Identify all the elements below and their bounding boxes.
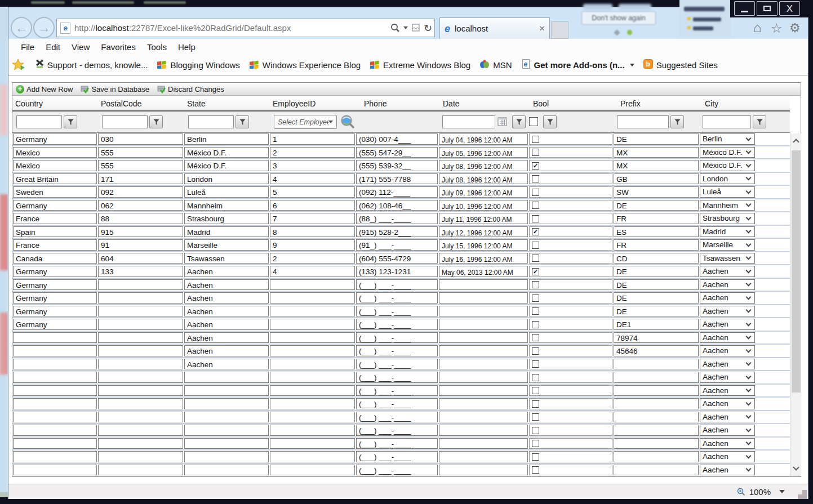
favorites-link[interactable]: Extreme Windows Blog [365,59,475,71]
prefix-cell[interactable]: 45646 [614,345,699,356]
city-select[interactable]: Aachen [700,332,755,344]
phone-cell[interactable]: (___) ___-____ [356,359,438,370]
bool-checkbox[interactable] [532,202,539,209]
state-cell[interactable]: Aachen [184,359,269,370]
favorites-link[interactable]: MSN [475,59,516,71]
employee-cell[interactable]: 4 [270,173,355,185]
postal-cell[interactable]: 91 [98,239,183,251]
state-cell[interactable]: Aachen [184,332,269,344]
postal-cell[interactable]: 062 [98,200,183,211]
prefix-cell[interactable]: ES [614,226,699,238]
prefix-cell[interactable]: 78974 [614,332,699,344]
url-text[interactable]: http://localhost:22787/Excel-like%20RadG… [74,23,387,33]
date-cell[interactable]: July 15, 1996 12:00 AM [439,239,528,251]
forward-button[interactable]: → [33,17,55,38]
state-cell[interactable] [184,385,269,396]
date-cell[interactable] [439,372,528,383]
prefix-cell[interactable]: DE [614,133,699,145]
prefix-cell[interactable]: DE [614,292,699,304]
phone-cell[interactable]: (___) ___-____ [356,279,438,291]
state-cell[interactable]: Aachen [184,266,269,277]
state-cell[interactable] [184,398,269,409]
new-tab-button[interactable] [551,21,568,39]
phone-cell[interactable]: (171) 555-7788 [356,173,438,185]
state-cell[interactable]: Madrid [184,226,269,238]
date-cell[interactable] [439,412,528,423]
bool-checkbox[interactable] [532,295,539,302]
resize-grip[interactable] [797,489,802,494]
employee-filter-combobox[interactable]: Select EmployeeI [274,115,337,129]
city-select[interactable]: Aachen [700,465,755,476]
phone-cell[interactable]: (___) ___-____ [356,345,438,356]
phone-cell[interactable]: (88_) ___-____ [356,213,438,224]
refresh-icon[interactable]: ↻ [424,23,432,33]
date-filter-button[interactable] [512,115,526,128]
bool-checkbox[interactable] [532,136,539,143]
date-cell[interactable] [439,398,528,409]
bool-cell[interactable] [529,306,612,317]
country-cell[interactable]: Spain [13,226,97,238]
state-cell[interactable] [184,438,269,449]
prefix-cell[interactable] [614,372,699,383]
city-select[interactable]: Aachen [700,319,755,330]
bool-cell[interactable] [529,200,612,211]
date-cell[interactable]: July 08, 1996 12:00 AM [439,160,528,171]
employee-cell[interactable] [270,279,355,291]
menu-item-favorites[interactable]: Favorites [97,41,139,53]
country-cell[interactable]: Canada [13,253,97,264]
maximize-button[interactable] [757,1,778,16]
postal-cell[interactable] [98,279,183,291]
employee-cell[interactable]: 9 [270,239,355,251]
phone-cell[interactable]: (___) ___-____ [356,332,438,344]
date-cell[interactable]: July 16, 1996 12:00 AM [439,253,528,264]
city-select[interactable]: Luleå [700,186,755,198]
employee-cell[interactable] [270,372,355,383]
bool-checkbox[interactable] [532,360,539,368]
employee-cell[interactable] [270,292,355,304]
postal-cell[interactable]: 88 [98,213,183,224]
state-cell[interactable]: Strasbourg [184,213,269,224]
postal-cell[interactable] [98,398,183,409]
state-cell[interactable]: Aachen [184,279,269,291]
phone-cell[interactable]: (___) ___-____ [356,465,438,476]
date-cell[interactable]: May 06, 2013 12:00 AM [439,266,528,277]
employee-cell[interactable] [270,438,355,449]
bool-cell[interactable] [529,372,612,383]
city-select[interactable]: Aachen [700,359,755,370]
bool-checkbox[interactable] [532,466,539,474]
state-cell[interactable]: Aachen [184,306,269,317]
close-button[interactable]: X [779,1,800,16]
menu-item-edit[interactable]: Edit [42,41,64,53]
date-filter-input[interactable] [442,115,495,128]
phone-cell[interactable]: (___) ___-____ [356,451,438,462]
city-select[interactable]: México D.F. [700,147,755,158]
prefix-cell[interactable]: MX [614,147,699,158]
compatibility-view-icon[interactable] [411,24,420,33]
postal-cell[interactable] [98,425,183,436]
bool-cell[interactable]: ✓ [529,160,612,171]
prefix-cell[interactable]: SW [614,186,699,198]
date-cell[interactable] [439,438,528,449]
bool-cell[interactable] [529,147,612,158]
bool-cell[interactable] [529,359,612,370]
bool-cell[interactable] [529,332,612,344]
date-cell[interactable] [439,292,528,304]
prefix-cell[interactable] [614,412,699,423]
city-select[interactable]: Aachen [700,306,755,317]
date-picker-button[interactable] [497,117,508,129]
prefix-cell[interactable]: CD [614,253,699,264]
country-cell[interactable] [13,438,97,449]
country-cell[interactable]: Germany [13,266,97,277]
search-icon[interactable] [390,23,400,33]
prefix-cell[interactable] [614,438,699,449]
bool-checkbox[interactable] [532,307,539,315]
postalcode-filter-button[interactable] [149,115,163,128]
postal-cell[interactable]: 030 [98,133,183,145]
postal-cell[interactable] [98,465,183,476]
postal-cell[interactable] [98,319,183,330]
bool-checkbox[interactable] [532,321,539,328]
scroll-up-button[interactable] [790,133,802,148]
country-cell[interactable]: Mexico [13,147,97,158]
bool-checkbox[interactable] [532,334,539,341]
state-cell[interactable]: Luleå [184,186,269,198]
